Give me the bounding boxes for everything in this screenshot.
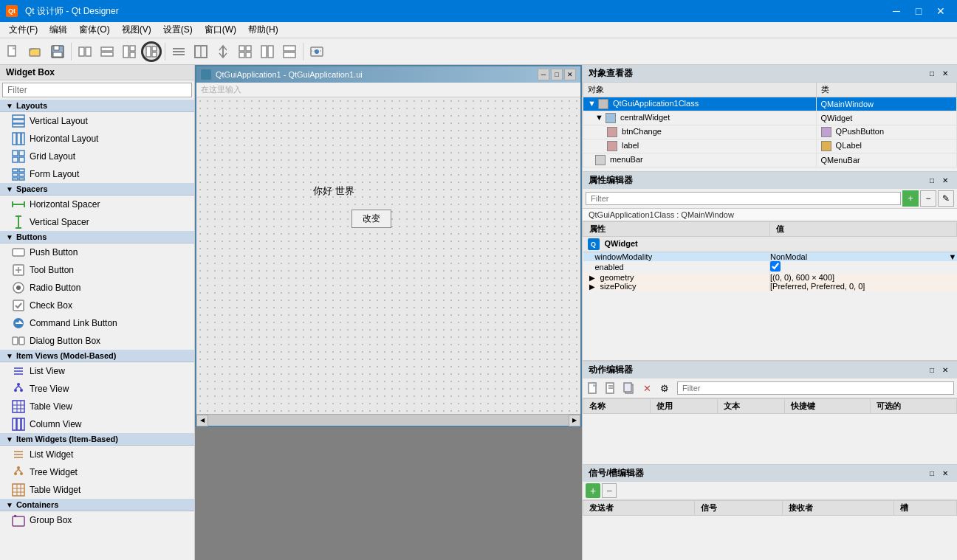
widget-table-view[interactable]: Table View — [0, 398, 194, 415]
menu-edit[interactable]: 编辑 — [44, 22, 73, 38]
minimize-button[interactable]: ─ — [886, 1, 907, 21]
canvas-content[interactable]: 你好 世界 改变 — [196, 97, 580, 414]
title-bar-controls[interactable]: ─ □ ✕ — [886, 1, 951, 21]
widget-vertical-spacer[interactable]: Vertical Spacer — [0, 213, 194, 231]
prop-editor-controls[interactable]: □ ✕ — [926, 175, 951, 187]
signal-editor-controls[interactable]: □ ✕ — [926, 468, 951, 480]
widget-table-widget[interactable]: Table Widget — [0, 481, 194, 499]
action-editor-close[interactable]: ✕ — [939, 364, 951, 376]
widget-group-box[interactable]: ■ Group Box — [0, 511, 194, 529]
prop-del-btn[interactable]: − — [920, 190, 936, 207]
toolbar-active-mode[interactable] — [141, 41, 162, 62]
widget-horizontal-spacer[interactable]: Horizontal Spacer — [0, 196, 194, 213]
menu-form[interactable]: 窗体(O) — [73, 22, 115, 38]
action-copy-btn[interactable] — [621, 380, 637, 396]
widget-box-filter[interactable] — [2, 83, 192, 97]
section-containers[interactable]: ▼ Containers — [0, 499, 194, 511]
toolbar-btn9[interactable] — [191, 41, 211, 62]
widget-tree-widget[interactable]: Tree Widget — [0, 463, 194, 481]
obj-inspector-controls[interactable]: □ ✕ — [926, 68, 951, 80]
widget-list-widget[interactable]: List Widget — [0, 446, 194, 463]
widget-list-view[interactable]: List View — [0, 362, 194, 380]
widget-column-view[interactable]: Column View — [0, 415, 194, 433]
section-item-views[interactable]: ▼ Item Views (Model-Based) — [0, 350, 194, 362]
prop-editor-maximize[interactable]: □ — [926, 175, 938, 187]
widget-dialog-button-box[interactable]: Dialog Button Box — [0, 332, 194, 350]
signal-editor-maximize[interactable]: □ — [926, 468, 938, 480]
toolbar-save[interactable] — [47, 41, 68, 62]
action-new-btn[interactable] — [586, 380, 602, 396]
action-delete-btn[interactable]: ✕ — [639, 380, 655, 396]
widget-tool-button[interactable]: Tool Button — [0, 261, 194, 279]
prop-value-enabled[interactable] — [770, 261, 957, 273]
section-layouts[interactable]: ▼ Layouts — [0, 100, 194, 112]
canvas-maximize[interactable]: □ — [551, 69, 563, 80]
action-editor-controls[interactable]: □ ✕ — [926, 364, 951, 376]
obj-row-central[interactable]: ▼ centralWidget QWidget — [583, 111, 957, 125]
signal-editor-close[interactable]: ✕ — [939, 468, 951, 480]
widget-vertical-layout[interactable]: Vertical Layout — [0, 112, 194, 130]
toolbar-btn4[interactable] — [75, 41, 95, 62]
menu-view[interactable]: 视图(V) — [116, 22, 157, 38]
geometry-expand-icon[interactable]: ▶ — [589, 274, 595, 282]
change-button[interactable]: 改变 — [351, 210, 391, 228]
toolbar-new[interactable] — [3, 41, 24, 62]
widget-push-button[interactable]: Push Button — [0, 243, 194, 261]
prop-enabled-checkbox[interactable] — [770, 261, 781, 272]
widget-horizontal-layout[interactable]: Horizontal Layout — [0, 130, 194, 148]
obj-row-btnchange[interactable]: btnChange QPushButton — [583, 125, 957, 139]
toolbar-btn12[interactable] — [257, 41, 278, 62]
widget-command-link[interactable]: Command Link Button — [0, 314, 194, 332]
action-editor-maximize[interactable]: □ — [926, 364, 938, 376]
action-edit-btn[interactable] — [603, 380, 620, 396]
action-filter-input[interactable] — [677, 381, 954, 395]
canvas-minimize[interactable]: ─ — [538, 69, 549, 80]
widget-check-box[interactable]: Check Box — [0, 297, 194, 314]
menu-window[interactable]: 窗口(W) — [199, 22, 242, 38]
canvas-window-controls[interactable]: ─ □ ✕ — [538, 69, 576, 80]
sizepolicy-expand-icon[interactable]: ▶ — [589, 283, 595, 291]
prop-row-enabled[interactable]: enabled — [583, 261, 957, 273]
toolbar-btn11[interactable] — [235, 41, 255, 62]
scroll-right-btn[interactable]: ▶ — [569, 415, 580, 426]
obj-row-label[interactable]: label QLabel — [583, 139, 957, 153]
prop-settings-btn[interactable]: ✎ — [938, 190, 954, 207]
close-button[interactable]: ✕ — [930, 1, 951, 21]
prop-row-sizepolicy[interactable]: ▶ sizePolicy [Preferred, Preferred, 0, 0… — [583, 282, 957, 291]
maximize-button[interactable]: □ — [908, 1, 929, 21]
obj-inspector-close[interactable]: ✕ — [939, 68, 951, 80]
prop-row-windowmodality[interactable]: windowModality NonModal ▼ — [583, 252, 957, 262]
widget-radio-button[interactable]: Radio Button — [0, 279, 194, 297]
obj-row-menubar[interactable]: menuBar QMenuBar — [583, 153, 957, 167]
menu-help[interactable]: 帮助(H) — [242, 22, 284, 38]
prop-value-windowmodality[interactable]: NonModal ▼ — [770, 252, 957, 262]
toolbar-btn8[interactable] — [168, 41, 189, 62]
prop-row-geometry[interactable]: ▶ geometry [(0, 0), 600 × 400] — [583, 273, 957, 282]
toolbar-btn10[interactable] — [213, 41, 233, 62]
prop-add-btn[interactable]: + — [902, 190, 919, 207]
signal-del-btn[interactable]: − — [602, 483, 617, 498]
prop-windowmodality-dropdown[interactable]: NonModal ▼ — [770, 252, 957, 261]
widget-form-layout[interactable]: Form Layout — [0, 165, 194, 183]
scroll-left-btn[interactable]: ◀ — [196, 415, 208, 426]
toolbar-preview[interactable] — [306, 41, 327, 62]
action-settings-btn[interactable]: ⚙ — [656, 380, 673, 396]
signal-add-btn[interactable]: + — [586, 483, 600, 498]
prop-editor-close[interactable]: ✕ — [939, 175, 951, 187]
toolbar-btn6[interactable] — [119, 41, 140, 62]
section-spacers[interactable]: ▼ Spacers — [0, 183, 194, 196]
toolbar-btn13[interactable] — [279, 41, 300, 62]
obj-inspector-maximize[interactable]: □ — [926, 68, 938, 80]
section-item-widgets[interactable]: ▼ Item Widgets (Item-Based) — [0, 433, 194, 446]
menu-settings[interactable]: 设置(S) — [157, 22, 199, 38]
dropdown-arrow-icon[interactable]: ▼ — [949, 252, 957, 261]
canvas-close[interactable]: ✕ — [564, 69, 576, 80]
widget-grid-layout[interactable]: Grid Layout — [0, 148, 194, 165]
obj-row-main[interactable]: ▼ QtGuiApplication1Class QMainWindow — [583, 97, 957, 111]
canvas-scrollbar-h[interactable]: ◀ ▶ — [196, 414, 580, 426]
toolbar-btn5[interactable] — [97, 41, 117, 62]
widget-tree-view[interactable]: Tree View — [0, 380, 194, 398]
menu-file[interactable]: 文件(F) — [3, 22, 44, 38]
section-buttons[interactable]: ▼ Buttons — [0, 231, 194, 243]
prop-filter-input[interactable] — [586, 192, 901, 205]
